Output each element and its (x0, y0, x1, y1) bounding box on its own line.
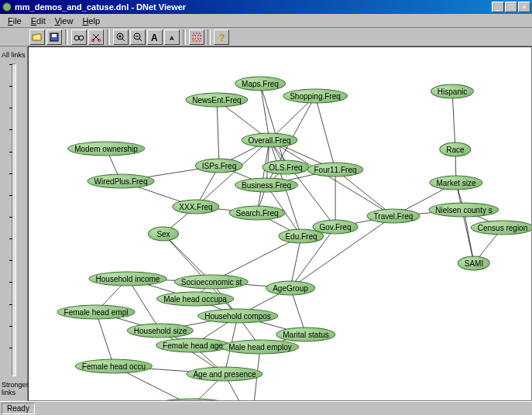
graph-node[interactable]: Female head age (156, 338, 230, 353)
svg-point-4 (79, 36, 84, 40)
font-small-icon[interactable]: A (164, 29, 180, 45)
graph-node[interactable]: Male head occupa (156, 292, 234, 307)
graph-node[interactable]: Age and presence (186, 367, 263, 382)
graph-node[interactable]: Household compos (197, 309, 278, 324)
title-bar: mm_demos_and_catuse.dnl - DNet Viewer _ … (0, 0, 532, 14)
fit-icon[interactable] (189, 29, 204, 45)
menu-file[interactable]: File (3, 15, 26, 27)
menu-bar: File Edit View Help (0, 14, 532, 28)
slider-top-label: All links (2, 50, 26, 60)
link-strength-slider[interactable] (12, 63, 16, 376)
graph-node[interactable]: SAMI (458, 256, 490, 271)
font-icon[interactable]: A (147, 29, 163, 45)
graph-edge (452, 91, 455, 149)
menu-help[interactable]: Help (77, 15, 105, 27)
graph-node[interactable]: Sex (148, 227, 179, 242)
toolbar-separator (107, 29, 110, 45)
graph-node[interactable]: Shopping.Freq (283, 89, 348, 104)
graph-node[interactable]: Edu.Freq (278, 229, 324, 244)
graph-node[interactable]: Maps.Freq (235, 77, 286, 91)
close-button[interactable]: × (518, 2, 530, 12)
maximize-button[interactable]: □ (505, 2, 517, 12)
svg-point-3 (74, 36, 79, 40)
graph-node[interactable]: Four11.Freq (307, 163, 363, 177)
graph-canvas[interactable]: Maps.FreqHispanicShopping.FreqNewsEnt.Fr… (28, 46, 532, 401)
svg-text:?: ? (219, 33, 225, 43)
graph-edge (456, 183, 474, 263)
graph-edge (315, 96, 335, 170)
graph-node[interactable]: Overall.Freq (241, 133, 297, 148)
graph-edge (196, 140, 269, 207)
graph-node[interactable]: OLS.Freq (262, 160, 309, 175)
help-icon[interactable]: ? (214, 29, 229, 45)
graph-node[interactable]: Modem ownership (67, 142, 145, 156)
toolbar-separator (208, 29, 211, 45)
graph-node[interactable]: Female head occu (75, 359, 153, 374)
graph-node[interactable]: Race (439, 142, 471, 157)
graph-node[interactable]: Socioeconomic st (174, 275, 249, 290)
graph-node[interactable]: WiredPlus.Freq (88, 174, 155, 189)
graph-edge (96, 312, 114, 366)
graph-edge (260, 84, 286, 167)
graph-edge (269, 140, 393, 216)
svg-rect-2 (52, 34, 57, 37)
cut-icon[interactable] (88, 29, 104, 45)
graph-node[interactable]: Male head employ (221, 340, 299, 355)
graph-node[interactable]: Travel.Freq (367, 209, 420, 224)
sidebar-slider: All links Strongest links (0, 46, 28, 401)
zoom-out-icon[interactable] (130, 29, 146, 45)
status-bar: Ready (0, 401, 532, 415)
graph-edge (217, 100, 219, 166)
zoom-in-icon[interactable] (113, 29, 129, 45)
svg-rect-11 (193, 33, 201, 41)
graph-node[interactable]: NewsEnt.Freq (185, 93, 248, 108)
graph-edge (260, 84, 269, 140)
graph-node[interactable]: ISPs.Freq (195, 159, 243, 173)
graph-node[interactable]: Census region (471, 221, 532, 235)
graph-node[interactable]: Female head empl (57, 305, 136, 320)
graph-node[interactable]: Market size (429, 176, 482, 190)
slider-bottom-label: Strongest links (2, 379, 26, 398)
graph-node[interactable]: Household income (89, 272, 167, 286)
binoculars-icon[interactable] (71, 29, 87, 45)
svg-text:A: A (151, 33, 158, 43)
graph-node[interactable]: Marital status (276, 328, 335, 342)
app-icon (2, 2, 12, 12)
menu-view[interactable]: View (50, 15, 78, 27)
svg-point-0 (3, 3, 12, 12)
graph-node[interactable]: Hispanic (431, 84, 474, 99)
toolbar: AA? (0, 28, 532, 46)
menu-edit[interactable]: Edit (26, 15, 50, 27)
graph-node[interactable]: Business.Freq (235, 178, 298, 193)
toolbar-separator (65, 29, 68, 45)
graph-edge (257, 140, 269, 213)
minimize-button[interactable]: _ (492, 2, 504, 12)
graph-node[interactable]: AgeGroup (266, 281, 315, 296)
graph-node[interactable]: XXX.Freq (172, 200, 219, 214)
graph-node[interactable]: Household size (127, 324, 194, 338)
window-title: mm_demos_and_catuse.dnl - DNet Viewer (15, 2, 492, 12)
graph-node[interactable]: Search.Freq (228, 206, 285, 221)
svg-text:A: A (170, 35, 174, 42)
status-text: Ready (2, 403, 35, 414)
toolbar-separator (183, 29, 186, 45)
save-icon[interactable] (46, 29, 62, 45)
open-icon[interactable] (29, 29, 45, 45)
graph-node[interactable]: Nielsen county s (428, 203, 499, 218)
